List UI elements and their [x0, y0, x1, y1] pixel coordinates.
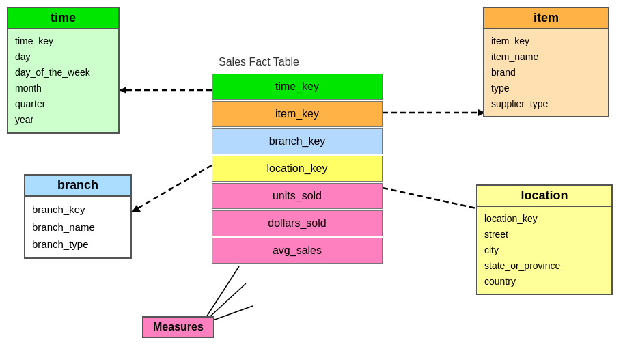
- time-field-5: quarter: [15, 96, 111, 112]
- location-field-2: street: [484, 227, 605, 242]
- fact-row-branch-key: branch_key: [212, 128, 383, 154]
- location-table-header: location: [477, 186, 611, 206]
- fact-row-time-key: time_key: [212, 74, 383, 100]
- item-field-2: item_name: [491, 49, 601, 65]
- item-table-body: item_key item_name brand type supplier_t…: [484, 28, 608, 116]
- item-field-3: brand: [491, 65, 601, 81]
- fact-table: time_key item_key branch_key location_ke…: [212, 74, 386, 265]
- fact-row-avg-sales: avg_sales: [212, 238, 383, 264]
- item-field-4: type: [491, 81, 601, 96]
- branch-table-body: branch_key branch_name branch_type: [24, 197, 132, 259]
- branch-field-3: branch_type: [32, 236, 124, 253]
- item-field-5: supplier_type: [491, 96, 601, 112]
- fact-table-label: Sales Fact Table: [219, 56, 299, 68]
- item-table-header: item: [484, 8, 608, 28]
- measures-box: Measures: [142, 316, 214, 338]
- diagram-container: time time_key day day_of_the_week month …: [0, 0, 623, 364]
- time-field-1: time_key: [15, 33, 111, 49]
- svg-line-5: [132, 165, 212, 212]
- fact-row-dollars-sold: dollars_sold: [212, 210, 383, 236]
- location-field-5: country: [484, 274, 605, 290]
- branch-field-1: branch_key: [32, 201, 124, 219]
- fact-row-location-key: location_key: [212, 156, 383, 182]
- time-table-body: time_key day day_of_the_week month quart…: [8, 28, 118, 132]
- location-table-body: location_key street city state_or_provin…: [477, 206, 611, 294]
- location-field-1: location_key: [484, 211, 605, 227]
- time-field-2: day: [15, 49, 111, 65]
- branch-table-header: branch: [24, 174, 132, 197]
- branch-table: branch branch_key branch_name branch_typ…: [24, 174, 132, 259]
- svg-marker-6: [132, 205, 141, 212]
- time-table-header: time: [8, 8, 118, 28]
- svg-marker-1: [120, 87, 126, 94]
- item-table: item item_key item_name brand type suppl…: [483, 7, 609, 117]
- location-field-4: state_or_province: [484, 258, 605, 274]
- location-table: location location_key street city state_…: [476, 184, 613, 295]
- fact-row-units-sold: units_sold: [212, 183, 383, 209]
- time-field-6: year: [15, 112, 111, 128]
- item-field-1: item_key: [491, 33, 601, 49]
- svg-line-7: [383, 188, 492, 212]
- time-field-3: day_of_the_week: [15, 65, 111, 81]
- location-field-3: city: [484, 242, 605, 258]
- time-table: time time_key day day_of_the_week month …: [7, 7, 120, 134]
- branch-field-2: branch_name: [32, 219, 124, 236]
- fact-row-item-key: item_key: [212, 101, 383, 127]
- time-field-4: month: [15, 81, 111, 96]
